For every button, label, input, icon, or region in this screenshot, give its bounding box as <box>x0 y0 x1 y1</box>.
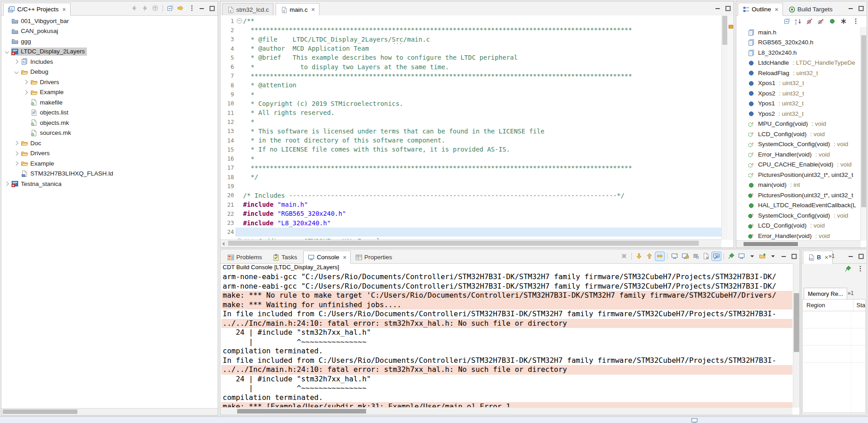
clear-console-icon[interactable] <box>701 252 711 261</box>
maximize-icon[interactable] <box>856 4 865 13</box>
code-line-21[interactable]: 21#include "main.h" <box>220 200 721 209</box>
code-line-22[interactable]: 22#include "RGB565_320x240.h" <box>220 209 721 218</box>
tree-item-testna-stanica[interactable]: Testna_stanica <box>1 179 218 189</box>
show-next-console-icon[interactable] <box>655 252 664 261</box>
maximize-icon[interactable] <box>856 252 865 261</box>
code-line-4[interactable]: 4 * @author MCD Application Team <box>220 44 721 53</box>
display-console-icon[interactable] <box>737 252 746 261</box>
overview-ruler[interactable] <box>728 15 734 240</box>
chevron-collapsed-icon[interactable] <box>13 158 20 169</box>
outline-item-ypos2[interactable]: Ypos2 : uint32_t <box>736 109 861 119</box>
outline-item-ltdchandle[interactable]: LtdcHandle : LTDC_HandleTypeDe <box>736 58 861 68</box>
horizontal-scrollbar[interactable] <box>220 239 721 247</box>
pin-console-icon[interactable] <box>727 252 736 261</box>
code-line-20[interactable]: 20/* Includes --------------------------… <box>220 191 721 200</box>
code-line-23[interactable]: 23#include "L8_320x240.h" <box>220 219 721 228</box>
hide-static-icon[interactable]: s <box>816 17 825 26</box>
caret-icon[interactable] <box>768 252 777 261</box>
code-line-1[interactable]: 1/** <box>220 16 721 25</box>
code-line-2[interactable]: 2 **************************************… <box>220 25 721 34</box>
tree-item-drivers[interactable]: Drivers <box>1 77 218 87</box>
code-line-17[interactable]: 17 *************************************… <box>220 163 721 172</box>
tab-problems[interactable]: Problems <box>223 251 266 264</box>
chevron-collapsed-icon[interactable] <box>13 57 20 67</box>
outline-item-systemclock-config-void[interactable]: sSystemClock_Config(void) : void <box>736 139 861 150</box>
outline-item-main-void[interactable]: main(void) : int <box>736 180 861 190</box>
tree-item-001-vibgyort-bar[interactable]: 001_Vibgyort_bar <box>1 16 218 26</box>
close-icon[interactable]: × <box>343 254 347 261</box>
hide-non-public-icon[interactable] <box>828 17 837 26</box>
close-icon[interactable]: × <box>311 6 315 13</box>
code-line-11[interactable]: 11 * All rights reserved. <box>220 108 721 117</box>
prev-marker-icon[interactable] <box>645 252 654 261</box>
maximize-icon[interactable] <box>789 252 798 261</box>
tree-item-can-pokusaj[interactable]: CAN_pokusaj <box>1 26 218 37</box>
code-line-12[interactable]: 12 * <box>220 117 721 126</box>
chevron-collapsed-icon[interactable] <box>13 148 20 159</box>
outline-item-xpos1[interactable]: Xpos1 : uint32_t <box>736 78 861 89</box>
code-line-19[interactable]: 19 <box>220 181 721 190</box>
outline-item-ypos1[interactable]: Ypos1 : uint32_t <box>736 99 861 109</box>
tab-properties[interactable]: Properties <box>351 251 396 264</box>
collapse-all-icon[interactable] <box>166 4 175 13</box>
outline-item-cpu-cache-enable-void[interactable]: sCPU_CACHE_Enable(void) : void <box>736 160 861 170</box>
tree-item-objects-list[interactable]: objects.list <box>1 108 218 118</box>
chevron-collapsed-icon[interactable] <box>22 77 30 87</box>
tab-overflow-badge[interactable]: »1 <box>848 290 854 296</box>
tree-item-example[interactable]: Example <box>1 87 218 98</box>
tree-item-includes[interactable]: hIncludes <box>1 57 218 67</box>
collapse-all-icon[interactable] <box>782 17 792 26</box>
outline-item-error-handler-void[interactable]: sError_Handler(void) : void <box>736 231 861 241</box>
scrollbar-thumb[interactable] <box>794 293 799 352</box>
chevron-expanded-icon[interactable] <box>13 67 20 77</box>
outline-item-l8-320x240-h[interactable]: L8_320x240.h <box>736 48 861 58</box>
back-icon[interactable] <box>130 4 139 13</box>
fold-marker-icon[interactable] <box>235 16 243 25</box>
caret-icon[interactable] <box>748 252 757 261</box>
tab-tasks[interactable]: Tasks <box>268 251 301 264</box>
minimize-icon[interactable] <box>197 4 206 13</box>
view-menu-icon[interactable] <box>850 17 859 26</box>
outline-item-rgb565-320x240-h[interactable]: RGB565_320x240.h <box>736 38 861 48</box>
tree-item-sources-mk[interactable]: sources.mk <box>1 128 218 138</box>
editor-tab-stm32-lcd[interactable]: c stm32_lcd.c <box>222 3 273 16</box>
code-line-13[interactable]: 13 * This software is licensed under ter… <box>220 127 721 136</box>
outline-item-systemclock-config-void[interactable]: sSystemClock_Config(void) : void <box>736 210 861 221</box>
chevron-expanded-icon[interactable] <box>3 47 11 57</box>
link-with-editor-icon[interactable] <box>176 4 185 13</box>
close-icon[interactable]: × <box>825 254 828 261</box>
tree-item-drivers[interactable]: Drivers <box>1 148 218 159</box>
minimize-icon[interactable] <box>846 252 855 261</box>
outline-item-main-h[interactable]: main.h <box>736 27 861 38</box>
hide-fields-icon[interactable] <box>805 17 814 26</box>
locked-monitor-icon[interactable] <box>681 252 690 261</box>
next-marker-icon[interactable] <box>634 252 644 261</box>
scrollbar-thumb[interactable] <box>3 409 77 414</box>
editor-tab-main-c[interactable]: c main.c × <box>276 3 320 16</box>
code-line-7[interactable]: 7 **************************************… <box>220 71 721 81</box>
horizontal-scrollbar[interactable] <box>736 240 861 247</box>
code-line-14[interactable]: 14 * in the root directory of this softw… <box>220 136 721 145</box>
outline-item-xpos2[interactable]: Xpos2 : uint32_t <box>736 88 861 99</box>
minimize-icon[interactable] <box>713 4 722 13</box>
up-icon[interactable] <box>151 4 160 13</box>
outline-item-picturesposition-uint32-t-uint32-t[interactable]: sPicturesPosition(uint32_t*, uint32_t <box>736 190 861 200</box>
tab-cpp-projects[interactable]: C C/C++ Projects × <box>3 3 71 16</box>
open-console-icon[interactable] <box>758 252 767 261</box>
code-line-15[interactable]: 15 * If no LICENSE file comes with this … <box>220 145 721 154</box>
close-icon[interactable]: × <box>775 6 778 13</box>
outline-item-error-handler-void[interactable]: sError_Handler(void) : void <box>736 149 861 160</box>
scrollbar-thumb[interactable] <box>228 241 699 246</box>
terminate-icon[interactable] <box>620 252 629 261</box>
tree-item-makefile[interactable]: makefile <box>1 97 218 108</box>
console-view-icon[interactable] <box>691 417 698 423</box>
tree-item-objects-mk[interactable]: objects.mk <box>1 118 218 128</box>
code-line-5[interactable]: 5 * @brief This example describes how to… <box>220 53 721 62</box>
chevron-collapsed-icon[interactable] <box>13 138 20 148</box>
filters-icon[interactable] <box>839 17 848 26</box>
chevron-collapsed-icon[interactable] <box>22 87 30 98</box>
vertical-scrollbar[interactable] <box>721 15 728 240</box>
code-line-18[interactable]: 18 */ <box>220 172 721 181</box>
outline-item-reloadflag[interactable]: ReloadFlag : uint32_t <box>736 68 861 78</box>
tab-build-targets[interactable]: Build Targets <box>784 3 837 16</box>
